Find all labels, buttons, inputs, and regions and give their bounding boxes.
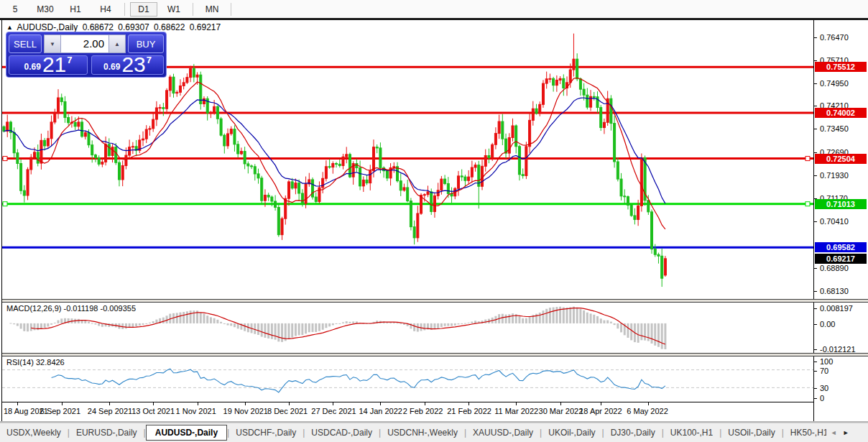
buy-price-display[interactable]: 0.69 23 7 (91, 55, 164, 75)
one-click-trading-widget: SELL ▼ 2.00 ▲ BUY 0.69 21 7 0.69 23 7 (6, 32, 167, 78)
tab-xauusddaily[interactable]: XAUUSD-,Daily (466, 425, 540, 440)
date-tick-mark (380, 402, 381, 405)
date-tick-mark (560, 402, 561, 405)
date-label: 11 Mar 2022 (494, 407, 538, 415)
rsi-value: 32.8426 (36, 358, 65, 367)
ohlc-high: 0.69307 (118, 22, 149, 32)
date-label: 1 Nov 2021 (176, 407, 216, 415)
hline-handle-left[interactable] (3, 202, 7, 206)
date-label: 6 May 2022 (627, 407, 668, 415)
macd-signal-value: -0.009355 (100, 304, 136, 313)
tab-usdchfdaily[interactable]: USDCHF-,Daily (229, 425, 303, 440)
tab-uk100h1[interactable]: UK100-,H1 (664, 425, 719, 440)
date-tick-mark (109, 402, 110, 405)
date-label: 21 Feb 2022 (447, 407, 491, 415)
sell-price-pip: 7 (67, 55, 72, 65)
tab-scroll-arrows: ◄► (828, 429, 852, 436)
date-tick-mark (468, 402, 469, 405)
toolbar-separator (124, 3, 125, 16)
price-badge-0.69217: 0.69217 (815, 254, 867, 264)
ohlc-close: 0.69217 (190, 22, 221, 32)
sell-button[interactable]: SELL (9, 34, 42, 53)
sell-price-digits: 21 (42, 55, 66, 74)
tab-eurusddaily[interactable]: EURUSD-,Daily (70, 425, 144, 440)
macd-indicator-panel[interactable]: MACD(12,26,9) -0.011198 -0.009355 (2, 303, 813, 353)
hline-handle-right[interactable] (805, 157, 810, 161)
timeframe-toolbar: 5M30H1H4D1W1MN (0, 0, 868, 18)
tab-dj30daily[interactable]: DJ30-,Daily (604, 425, 662, 440)
date-label: 14 Jan 2022 (359, 407, 402, 415)
macd-main-value: -0.011198 (63, 304, 98, 313)
date-tick-mark (601, 402, 601, 405)
panel-splitter-rsi[interactable] (2, 353, 868, 356)
hline-handle-right[interactable] (805, 202, 810, 206)
buy-button[interactable]: BUY (128, 34, 164, 53)
timeframe-button-mn[interactable]: MN (198, 2, 226, 17)
price-axis[interactable]: 0.764700.757100.749500.742100.734500.726… (813, 20, 868, 421)
date-label: 13 Oct 2021 (131, 407, 175, 415)
tab-ukoildaily[interactable]: UKOil-,Daily (542, 425, 601, 440)
date-tick-mark (648, 402, 649, 405)
volume-input[interactable]: 2.00 (61, 34, 108, 53)
date-tick-mark (425, 402, 425, 405)
rsi-line (52, 369, 665, 392)
ohlc-low: 0.68622 (154, 22, 185, 32)
toolbar-separator (231, 3, 231, 16)
date-tick-mark (153, 402, 154, 405)
date-label: 18 Apr 2022 (579, 407, 622, 415)
hline-handle-left[interactable] (3, 157, 7, 161)
tab-usdcnhweekly[interactable]: USDCNH-,Weekly (381, 425, 464, 440)
sell-price-display[interactable]: 0.69 21 7 (9, 55, 88, 75)
volume-decrease-button[interactable]: ▼ (44, 34, 61, 53)
date-tick-mark (17, 402, 18, 405)
rsi-label: RSI(14) 32.8426 (6, 358, 65, 367)
price-badge-0.69582: 0.69582 (815, 242, 867, 252)
timeframe-button-m30[interactable]: M30 (32, 2, 59, 17)
macd-label: MACD(12,26,9) -0.011198 -0.009355 (6, 304, 136, 313)
buy-price-digits: 23 (121, 55, 145, 74)
timeframe-button-5[interactable]: 5 (1, 2, 29, 17)
date-tick-mark (62, 402, 63, 405)
chart-tab-bar: USDX,Weekly|EURUSD-,Daily|AUDUSD-,Daily|… (0, 423, 868, 442)
date-tick-mark (198, 402, 198, 405)
tab-usoildaily[interactable]: USOil-,Daily (721, 425, 781, 440)
panel-splitter-macd[interactable] (2, 299, 868, 303)
timeframe-button-d1[interactable]: D1 (130, 2, 157, 17)
rsi-indicator-panel[interactable]: RSI(14) 32.8426 (2, 356, 813, 402)
date-label: 19 Nov 2021 (223, 407, 268, 415)
tab-audusddaily[interactable]: AUDUSD-,Daily (146, 425, 227, 441)
chart-title: ▲ AUDUSD-,Daily 0.68672 0.69307 0.68622 … (6, 22, 223, 32)
buy-price-prefix: 0.69 (103, 62, 120, 72)
buy-price-pip: 7 (147, 55, 152, 65)
horizontal-level-lines[interactable] (2, 67, 813, 247)
date-label: 24 Sep 2021 (88, 407, 132, 415)
date-tick-mark (245, 402, 246, 405)
timeframe-button-h4[interactable]: H4 (92, 2, 119, 17)
tab-scroll-right-icon[interactable]: ► (840, 429, 852, 436)
chart-symbol-label: AUDUSD-,Daily (17, 22, 78, 32)
sell-price-prefix: 0.69 (24, 62, 41, 72)
trading-platform-window: 5M30H1H4D1W1MN ▲ AUDUSD-,Daily 0.68672 0… (0, 0, 868, 442)
price-badge-0.74002: 0.74002 (815, 108, 867, 118)
tab-usdcaddaily[interactable]: USDCAD-,Daily (305, 425, 379, 440)
timeframe-button-w1[interactable]: W1 (160, 2, 188, 17)
date-tick-mark (333, 402, 333, 405)
date-label: 30 Mar 2022 (539, 407, 583, 415)
date-label: 8 Dec 2021 (267, 407, 308, 415)
date-label: 27 Dec 2021 (311, 407, 356, 415)
price-badge-0.72504: 0.72504 (815, 154, 867, 164)
date-tick-mark (516, 402, 517, 405)
rsi-chart-canvas[interactable] (2, 356, 813, 401)
tab-usdxweekly[interactable]: USDX,Weekly (0, 425, 68, 440)
toolbar-separator (193, 3, 193, 16)
volume-increase-button[interactable]: ▲ (108, 34, 126, 53)
date-axis[interactable]: 18 Aug 20216 Sep 202124 Sep 202113 Oct 2… (2, 402, 813, 421)
date-tick-mark (289, 402, 290, 405)
tab-scroll-left-icon[interactable]: ◄ (828, 429, 840, 436)
date-label: 2 Feb 2022 (403, 407, 443, 415)
collapse-triangle-icon[interactable]: ▲ (6, 24, 13, 31)
price-badge-0.75512: 0.75512 (815, 62, 867, 72)
timeframe-button-h1[interactable]: H1 (62, 2, 89, 17)
tab-hk50h1[interactable]: HK50-,H1 (784, 425, 826, 440)
price-badge-0.71013: 0.71013 (815, 199, 867, 209)
